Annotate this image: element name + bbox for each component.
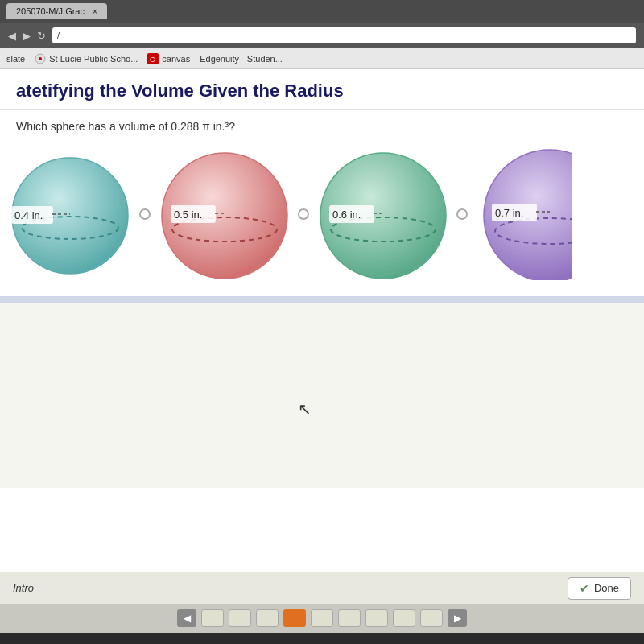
radio-sphere-2[interactable]	[298, 208, 309, 220]
question-body: phere has a volume of 0.288 π in.³?	[56, 120, 235, 133]
sphere-wrapper-2[interactable]: 0.5 in.	[159, 147, 291, 280]
tab-label: 205070-M/J Grac	[16, 6, 85, 16]
canvas-label: canvas	[162, 54, 190, 64]
nav-dot-3[interactable]	[256, 609, 279, 627]
sphere-wrapper-4[interactable]: 0.7 in.	[476, 147, 572, 280]
title-prefix: ate	[16, 80, 42, 101]
bookmark-edgenuity[interactable]: Edgenuity - Studen...	[200, 54, 283, 64]
question-prefix: Which s	[16, 120, 56, 133]
svg-text:C: C	[150, 56, 155, 64]
svg-text:0.4 in.: 0.4 in.	[14, 209, 43, 221]
refresh-button[interactable]: ↻	[37, 30, 46, 42]
edgenuity-label: Edgenuity - Studen...	[200, 54, 283, 64]
page-title-bar: ate tifying the Volume Given the Radius	[0, 69, 644, 110]
sphere-wrapper-3[interactable]: 0.6 in.	[317, 147, 450, 280]
sphere-svg-3: 0.6 in.	[317, 147, 450, 280]
sphere-svg-4: 0.7 in.	[476, 147, 572, 280]
slate-label: slate	[6, 54, 25, 64]
nav-dot-8[interactable]	[393, 609, 415, 627]
sphere-option-2[interactable]: 0.5 in.	[159, 147, 309, 280]
stlucie-label: St Lucie Public Scho...	[49, 54, 138, 64]
page-container: ate tifying the Volume Given the Radius …	[0, 69, 644, 572]
nav-dot-5[interactable]	[311, 609, 333, 627]
done-label: Done	[594, 582, 619, 594]
url-bar[interactable]: /	[52, 27, 636, 43]
back-button[interactable]: ◀	[8, 30, 16, 42]
footer: Intro ✔ Done	[0, 572, 644, 604]
done-button[interactable]: ✔ Done	[568, 577, 631, 600]
footer-intro: Intro	[13, 582, 34, 594]
canvas-icon: C	[147, 53, 159, 64]
question-text: Which sphere has a volume of 0.288 π in.…	[0, 110, 644, 139]
sphere-svg-1: 0.4 in.	[8, 151, 133, 276]
tab-close-button[interactable]: ×	[93, 7, 97, 16]
radio-sphere-3[interactable]	[456, 208, 468, 220]
nav-prev-button[interactable]: ◀	[177, 609, 196, 627]
sphere-option-3[interactable]: 0.6 in.	[317, 147, 468, 280]
nav-bar: ◀ ▶ ↻ /	[0, 23, 644, 48]
svg-text:0.6 in.: 0.6 in.	[332, 208, 361, 221]
nav-dots-bar: ◀ ▶	[0, 604, 644, 633]
radio-sphere-1[interactable]	[139, 208, 151, 220]
nav-next-button[interactable]: ▶	[448, 609, 467, 627]
page-title: tifying the Volume Given the Radius	[42, 80, 344, 101]
bottom-area: ↖	[0, 303, 644, 488]
bookmark-canvas[interactable]: C canvas	[147, 53, 190, 64]
sphere-wrapper-1[interactable]: 0.4 in.	[8, 151, 133, 276]
svg-point-1	[39, 57, 42, 60]
tab-bar: 205070-M/J Grac ×	[0, 0, 644, 23]
nav-dot-7[interactable]	[365, 609, 388, 627]
browser-chrome: 205070-M/J Grac × ◀ ▶ ↻ /	[0, 0, 644, 48]
svg-text:0.5 in.: 0.5 in.	[174, 208, 202, 221]
sphere-option-4[interactable]: 0.7 in.	[476, 147, 572, 280]
done-checkmark-icon: ✔	[580, 582, 589, 595]
cursor-indicator: ↖	[298, 399, 312, 419]
forward-button[interactable]: ▶	[23, 30, 31, 42]
spheres-container: 0.4 in.	[0, 139, 644, 296]
stlucie-icon	[35, 53, 46, 64]
nav-dot-6[interactable]	[338, 609, 361, 627]
bookmarks-bar: slate St Lucie Public Scho... C canvas E…	[0, 48, 644, 69]
nav-dot-1[interactable]	[201, 609, 224, 627]
sphere-svg-2: 0.5 in.	[159, 147, 291, 280]
sphere-option-1[interactable]: 0.4 in.	[8, 151, 151, 276]
nav-dot-9[interactable]	[420, 609, 443, 627]
bookmark-slate[interactable]: slate	[6, 54, 25, 64]
content-area: ate tifying the Volume Given the Radius …	[0, 69, 644, 572]
bookmark-stlucie[interactable]: St Lucie Public Scho...	[35, 53, 138, 64]
nav-dot-4[interactable]	[283, 609, 306, 627]
active-tab[interactable]: 205070-M/J Grac ×	[6, 3, 107, 19]
url-text: /	[57, 31, 60, 40]
nav-dot-2[interactable]	[229, 609, 251, 627]
svg-text:0.7 in.: 0.7 in.	[495, 207, 523, 219]
separator-band	[0, 296, 644, 303]
